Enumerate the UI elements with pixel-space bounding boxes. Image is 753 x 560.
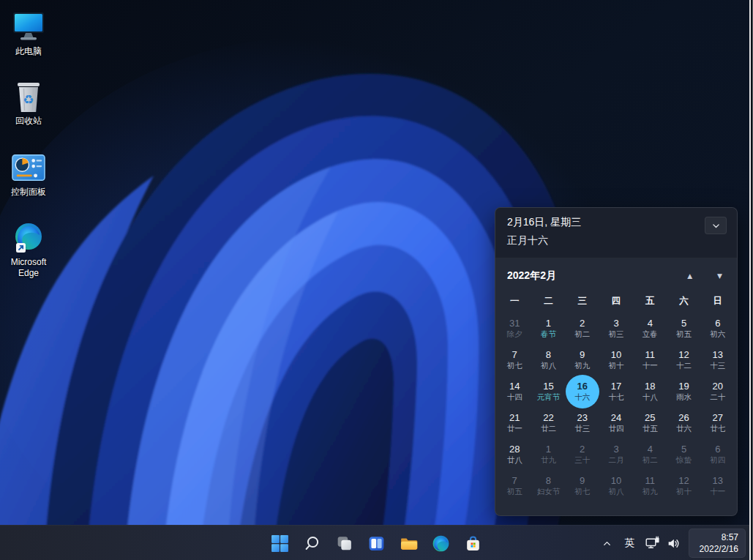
edge-icon xyxy=(12,221,45,255)
day-number: 22 xyxy=(543,413,553,424)
calendar-collapse-button[interactable] xyxy=(705,217,727,234)
calendar-day[interactable]: 2三十 xyxy=(566,438,599,470)
day-number: 9 xyxy=(580,476,585,487)
calendar-day[interactable]: 28廿八 xyxy=(498,438,531,470)
day-number: 10 xyxy=(611,350,621,361)
day-number: 8 xyxy=(546,350,551,361)
day-lunar-label: 十二 xyxy=(676,361,692,370)
day-number: 21 xyxy=(509,413,520,424)
input-indicator-label: 英 xyxy=(624,537,634,550)
calendar-day[interactable]: 20二十 xyxy=(701,376,735,407)
search-button[interactable] xyxy=(298,529,327,558)
weekday-label: 一 xyxy=(498,295,531,307)
calendar-day[interactable]: 19雨水 xyxy=(667,376,700,407)
calendar-lunar-date: 正月十六 xyxy=(507,234,581,247)
day-number: 25 xyxy=(645,413,655,424)
weekday-label: 六 xyxy=(667,295,700,307)
calendar-next-month-button[interactable]: ▼ xyxy=(716,271,724,281)
calendar-day[interactable]: 4初二 xyxy=(633,438,667,470)
edge-icon xyxy=(432,534,450,553)
day-lunar-label: 春节 xyxy=(541,329,556,339)
calendar-day[interactable]: 22廿二 xyxy=(531,407,565,438)
desktop-icon-this-pc[interactable]: 此电脑 xyxy=(0,10,57,57)
day-number: 26 xyxy=(678,413,689,424)
calendar-day[interactable]: 4立春 xyxy=(633,313,667,344)
day-lunar-label: 十四 xyxy=(507,392,522,402)
task-view-button[interactable] xyxy=(330,529,359,558)
calendar-day[interactable]: 12初十 xyxy=(667,470,700,501)
calendar-day[interactable]: 11初九 xyxy=(633,470,667,501)
calendar-day[interactable]: 7初五 xyxy=(498,470,531,501)
calendar-day[interactable]: 6初六 xyxy=(701,313,735,344)
day-lunar-label: 初十 xyxy=(608,361,623,370)
calendar-day[interactable]: 2初二 xyxy=(566,313,599,344)
calendar-day[interactable]: 15元宵节 xyxy=(531,376,565,407)
network-volume-button[interactable] xyxy=(642,529,684,558)
calendar-day[interactable]: 3二月 xyxy=(599,438,633,470)
calendar-day[interactable]: 25廿五 xyxy=(633,407,667,438)
calendar-day[interactable]: 9初九 xyxy=(566,344,599,376)
calendar-day[interactable]: 9初七 xyxy=(566,470,599,501)
file-explorer-button[interactable] xyxy=(394,529,424,558)
day-number: 19 xyxy=(678,381,689,392)
calendar-flyout: 2月16日, 星期三 正月十六 2022年2月 ▲ ▼ 一二三四五六日 31除夕… xyxy=(495,207,738,516)
day-lunar-label: 三十 xyxy=(574,455,590,465)
calendar-day[interactable]: 6初四 xyxy=(701,438,735,470)
taskbar: 英 8:57 2022/2/16 xyxy=(0,525,753,560)
calendar-day[interactable]: 1廿九 xyxy=(531,438,565,470)
calendar-day[interactable]: 18十八 xyxy=(633,376,667,407)
calendar-day[interactable]: 13十三 xyxy=(701,344,735,376)
calendar-day[interactable]: 5初五 xyxy=(667,313,700,344)
clock-button[interactable]: 8:57 2022/2/16 xyxy=(689,529,746,558)
input-indicator-button[interactable]: 英 xyxy=(618,529,640,558)
calendar-day[interactable]: 23廿三 xyxy=(566,407,599,438)
day-number: 12 xyxy=(678,350,689,361)
desktop-icon-control-panel[interactable]: 控制面板 xyxy=(0,151,57,198)
edge-taskbar-button[interactable] xyxy=(427,529,456,558)
day-lunar-label: 十三 xyxy=(710,361,725,370)
day-number: 1 xyxy=(546,444,551,455)
widgets-button[interactable] xyxy=(362,529,392,558)
calendar-prev-month-button[interactable]: ▲ xyxy=(686,271,694,281)
day-number: 12 xyxy=(678,476,689,487)
calendar-day[interactable]: 17十七 xyxy=(599,376,633,407)
calendar-day[interactable]: 8初八 xyxy=(531,344,565,376)
calendar-day[interactable]: 13十一 xyxy=(701,470,735,501)
calendar-day[interactable]: 24廿四 xyxy=(599,407,633,438)
day-lunar-label: 立春 xyxy=(643,329,658,339)
calendar-day[interactable]: 10初十 xyxy=(599,344,633,376)
calendar-day[interactable]: 7初七 xyxy=(498,344,531,376)
calendar-month-bar: 2022年2月 ▲ ▼ xyxy=(495,258,737,289)
day-lunar-label: 廿二 xyxy=(541,424,556,433)
day-number: 17 xyxy=(611,381,621,392)
start-button[interactable] xyxy=(266,529,295,558)
calendar-day[interactable]: 3初三 xyxy=(599,313,633,344)
calendar-day[interactable]: 27廿七 xyxy=(701,407,735,438)
calendar-day[interactable]: 5惊蛰 xyxy=(667,438,700,470)
calendar-day[interactable]: 14十四 xyxy=(498,376,531,407)
day-number: 1 xyxy=(546,318,551,329)
desktop-icon-edge[interactable]: Microsoft Edge xyxy=(0,221,57,279)
calendar-day[interactable]: 31除夕 xyxy=(498,313,531,344)
day-lunar-label: 初八 xyxy=(541,361,556,370)
calendar-day[interactable]: 1春节 xyxy=(531,313,565,344)
day-lunar-label: 初九 xyxy=(574,361,590,370)
calendar-day[interactable]: 26廿六 xyxy=(667,407,700,438)
desktop-icon-recycle-bin[interactable]: ♻ 回收站 xyxy=(0,80,57,127)
calendar-date-header: 2月16日, 星期三 正月十六 xyxy=(495,208,737,258)
day-number: 5 xyxy=(681,444,686,455)
store-button[interactable] xyxy=(459,529,488,558)
desktop-icon-label: 控制面板 xyxy=(11,187,46,198)
calendar-month-title[interactable]: 2022年2月 xyxy=(507,269,556,283)
calendar-day[interactable]: 16十六 xyxy=(566,376,599,407)
windows-logo-icon xyxy=(271,534,289,553)
calendar-day[interactable]: 8妇女节 xyxy=(531,470,565,501)
day-lunar-label: 廿九 xyxy=(541,455,556,465)
day-number: 3 xyxy=(613,318,618,329)
calendar-day[interactable]: 11十一 xyxy=(633,344,667,376)
calendar-day[interactable]: 10初八 xyxy=(599,470,633,501)
calendar-day[interactable]: 21廿一 xyxy=(498,407,531,438)
hidden-icons-button[interactable] xyxy=(596,529,617,558)
calendar-day[interactable]: 12十二 xyxy=(667,344,700,376)
day-lunar-label: 初五 xyxy=(676,329,692,339)
